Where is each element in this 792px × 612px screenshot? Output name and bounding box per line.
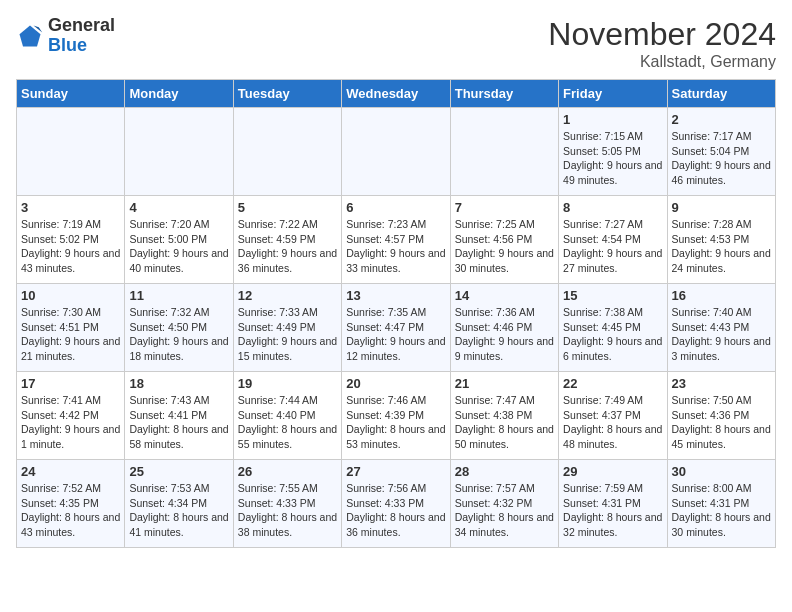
calendar-cell: 10Sunrise: 7:30 AM Sunset: 4:51 PM Dayli… (17, 284, 125, 372)
calendar-cell: 20Sunrise: 7:46 AM Sunset: 4:39 PM Dayli… (342, 372, 450, 460)
calendar-cell (450, 108, 558, 196)
day-info: Sunrise: 7:44 AM Sunset: 4:40 PM Dayligh… (238, 393, 337, 452)
day-info: Sunrise: 7:22 AM Sunset: 4:59 PM Dayligh… (238, 217, 337, 276)
calendar-cell: 14Sunrise: 7:36 AM Sunset: 4:46 PM Dayli… (450, 284, 558, 372)
calendar-cell: 5Sunrise: 7:22 AM Sunset: 4:59 PM Daylig… (233, 196, 341, 284)
day-number: 17 (21, 376, 120, 391)
day-number: 21 (455, 376, 554, 391)
day-info: Sunrise: 7:41 AM Sunset: 4:42 PM Dayligh… (21, 393, 120, 452)
calendar-cell: 4Sunrise: 7:20 AM Sunset: 5:00 PM Daylig… (125, 196, 233, 284)
day-info: Sunrise: 7:53 AM Sunset: 4:34 PM Dayligh… (129, 481, 228, 540)
day-number: 13 (346, 288, 445, 303)
day-info: Sunrise: 7:55 AM Sunset: 4:33 PM Dayligh… (238, 481, 337, 540)
logo-icon (16, 22, 44, 50)
calendar-cell: 25Sunrise: 7:53 AM Sunset: 4:34 PM Dayli… (125, 460, 233, 548)
column-header-saturday: Saturday (667, 80, 775, 108)
day-number: 27 (346, 464, 445, 479)
day-info: Sunrise: 7:33 AM Sunset: 4:49 PM Dayligh… (238, 305, 337, 364)
day-info: Sunrise: 7:49 AM Sunset: 4:37 PM Dayligh… (563, 393, 662, 452)
day-info: Sunrise: 7:35 AM Sunset: 4:47 PM Dayligh… (346, 305, 445, 364)
title-area: November 2024 Kallstadt, Germany (548, 16, 776, 71)
day-info: Sunrise: 7:43 AM Sunset: 4:41 PM Dayligh… (129, 393, 228, 452)
calendar-cell (233, 108, 341, 196)
day-info: Sunrise: 7:59 AM Sunset: 4:31 PM Dayligh… (563, 481, 662, 540)
calendar-cell: 2Sunrise: 7:17 AM Sunset: 5:04 PM Daylig… (667, 108, 775, 196)
day-info: Sunrise: 7:36 AM Sunset: 4:46 PM Dayligh… (455, 305, 554, 364)
day-number: 16 (672, 288, 771, 303)
calendar-cell: 26Sunrise: 7:55 AM Sunset: 4:33 PM Dayli… (233, 460, 341, 548)
day-number: 29 (563, 464, 662, 479)
calendar-cell: 13Sunrise: 7:35 AM Sunset: 4:47 PM Dayli… (342, 284, 450, 372)
location-title: Kallstadt, Germany (548, 53, 776, 71)
column-header-sunday: Sunday (17, 80, 125, 108)
column-header-friday: Friday (559, 80, 667, 108)
day-info: Sunrise: 7:50 AM Sunset: 4:36 PM Dayligh… (672, 393, 771, 452)
calendar-cell: 12Sunrise: 7:33 AM Sunset: 4:49 PM Dayli… (233, 284, 341, 372)
day-info: Sunrise: 8:00 AM Sunset: 4:31 PM Dayligh… (672, 481, 771, 540)
calendar-cell: 7Sunrise: 7:25 AM Sunset: 4:56 PM Daylig… (450, 196, 558, 284)
day-number: 19 (238, 376, 337, 391)
column-header-wednesday: Wednesday (342, 80, 450, 108)
day-info: Sunrise: 7:47 AM Sunset: 4:38 PM Dayligh… (455, 393, 554, 452)
calendar-cell: 11Sunrise: 7:32 AM Sunset: 4:50 PM Dayli… (125, 284, 233, 372)
calendar-cell: 6Sunrise: 7:23 AM Sunset: 4:57 PM Daylig… (342, 196, 450, 284)
day-number: 18 (129, 376, 228, 391)
calendar-cell: 16Sunrise: 7:40 AM Sunset: 4:43 PM Dayli… (667, 284, 775, 372)
day-info: Sunrise: 7:19 AM Sunset: 5:02 PM Dayligh… (21, 217, 120, 276)
calendar-cell: 15Sunrise: 7:38 AM Sunset: 4:45 PM Dayli… (559, 284, 667, 372)
calendar-cell: 17Sunrise: 7:41 AM Sunset: 4:42 PM Dayli… (17, 372, 125, 460)
logo-text: General Blue (48, 16, 115, 56)
day-info: Sunrise: 7:28 AM Sunset: 4:53 PM Dayligh… (672, 217, 771, 276)
day-number: 28 (455, 464, 554, 479)
logo-general-text: General (48, 16, 115, 36)
day-number: 20 (346, 376, 445, 391)
day-info: Sunrise: 7:23 AM Sunset: 4:57 PM Dayligh… (346, 217, 445, 276)
calendar-cell: 8Sunrise: 7:27 AM Sunset: 4:54 PM Daylig… (559, 196, 667, 284)
week-row-3: 10Sunrise: 7:30 AM Sunset: 4:51 PM Dayli… (17, 284, 776, 372)
column-header-tuesday: Tuesday (233, 80, 341, 108)
calendar-body: 1Sunrise: 7:15 AM Sunset: 5:05 PM Daylig… (17, 108, 776, 548)
column-header-thursday: Thursday (450, 80, 558, 108)
calendar-cell: 1Sunrise: 7:15 AM Sunset: 5:05 PM Daylig… (559, 108, 667, 196)
calendar-cell: 3Sunrise: 7:19 AM Sunset: 5:02 PM Daylig… (17, 196, 125, 284)
day-info: Sunrise: 7:30 AM Sunset: 4:51 PM Dayligh… (21, 305, 120, 364)
day-number: 12 (238, 288, 337, 303)
calendar-cell: 23Sunrise: 7:50 AM Sunset: 4:36 PM Dayli… (667, 372, 775, 460)
day-number: 11 (129, 288, 228, 303)
day-info: Sunrise: 7:20 AM Sunset: 5:00 PM Dayligh… (129, 217, 228, 276)
calendar-cell: 19Sunrise: 7:44 AM Sunset: 4:40 PM Dayli… (233, 372, 341, 460)
day-number: 3 (21, 200, 120, 215)
day-number: 15 (563, 288, 662, 303)
day-number: 14 (455, 288, 554, 303)
day-info: Sunrise: 7:40 AM Sunset: 4:43 PM Dayligh… (672, 305, 771, 364)
week-row-2: 3Sunrise: 7:19 AM Sunset: 5:02 PM Daylig… (17, 196, 776, 284)
day-info: Sunrise: 7:27 AM Sunset: 4:54 PM Dayligh… (563, 217, 662, 276)
column-header-monday: Monday (125, 80, 233, 108)
day-number: 24 (21, 464, 120, 479)
day-number: 5 (238, 200, 337, 215)
day-number: 22 (563, 376, 662, 391)
day-number: 30 (672, 464, 771, 479)
day-number: 8 (563, 200, 662, 215)
svg-marker-0 (20, 25, 41, 46)
week-row-1: 1Sunrise: 7:15 AM Sunset: 5:05 PM Daylig… (17, 108, 776, 196)
calendar-cell: 18Sunrise: 7:43 AM Sunset: 4:41 PM Dayli… (125, 372, 233, 460)
calendar-cell: 21Sunrise: 7:47 AM Sunset: 4:38 PM Dayli… (450, 372, 558, 460)
day-number: 1 (563, 112, 662, 127)
day-number: 26 (238, 464, 337, 479)
day-number: 25 (129, 464, 228, 479)
calendar-cell: 28Sunrise: 7:57 AM Sunset: 4:32 PM Dayli… (450, 460, 558, 548)
calendar-table: SundayMondayTuesdayWednesdayThursdayFrid… (16, 79, 776, 548)
day-info: Sunrise: 7:25 AM Sunset: 4:56 PM Dayligh… (455, 217, 554, 276)
day-number: 2 (672, 112, 771, 127)
day-info: Sunrise: 7:52 AM Sunset: 4:35 PM Dayligh… (21, 481, 120, 540)
page-header: General Blue November 2024 Kallstadt, Ge… (16, 16, 776, 71)
day-info: Sunrise: 7:17 AM Sunset: 5:04 PM Dayligh… (672, 129, 771, 188)
week-row-5: 24Sunrise: 7:52 AM Sunset: 4:35 PM Dayli… (17, 460, 776, 548)
calendar-cell: 9Sunrise: 7:28 AM Sunset: 4:53 PM Daylig… (667, 196, 775, 284)
day-number: 9 (672, 200, 771, 215)
day-number: 6 (346, 200, 445, 215)
logo: General Blue (16, 16, 115, 56)
logo-blue-text: Blue (48, 36, 115, 56)
day-info: Sunrise: 7:57 AM Sunset: 4:32 PM Dayligh… (455, 481, 554, 540)
